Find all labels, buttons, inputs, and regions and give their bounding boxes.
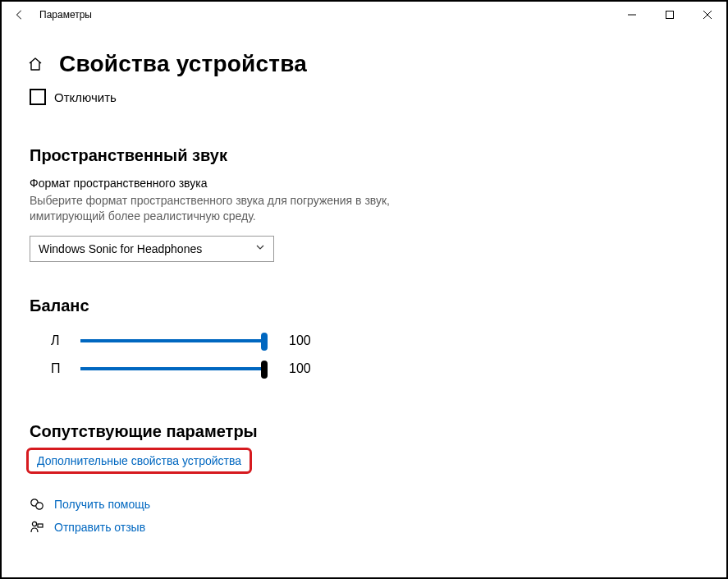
checkbox-box-icon — [30, 89, 46, 105]
balance-left-value: 100 — [289, 333, 311, 348]
balance-right-value: 100 — [289, 361, 311, 376]
minimize-button[interactable] — [613, 2, 651, 28]
additional-device-properties-link[interactable]: Дополнительные свойства устройства — [26, 448, 252, 474]
window-title: Параметры — [39, 9, 92, 21]
balance-left-letter: Л — [51, 333, 66, 348]
spatial-format-select[interactable]: Windows Sonic for Headphones — [30, 236, 274, 262]
help-icon — [30, 497, 44, 512]
svg-rect-7 — [38, 524, 43, 527]
send-feedback-label: Отправить отзыв — [54, 521, 145, 534]
balance-left-slider[interactable] — [80, 339, 263, 342]
related-settings-heading: Сопутствующие параметры — [30, 422, 708, 441]
titlebar: Параметры — [2, 2, 726, 28]
spatial-format-description: Выберите формат пространственного звука … — [30, 193, 456, 224]
spatial-format-selected: Windows Sonic for Headphones — [39, 242, 202, 255]
feedback-icon — [30, 520, 44, 535]
spatial-format-label: Формат пространственного звука — [30, 177, 708, 190]
svg-rect-1 — [666, 11, 674, 19]
send-feedback-link[interactable]: Отправить отзыв — [30, 520, 708, 535]
maximize-button[interactable] — [651, 2, 689, 28]
chevron-down-icon — [255, 242, 265, 255]
slider-thumb-icon — [261, 361, 268, 379]
content-area: Свойства устройства Отключить Пространст… — [2, 28, 726, 577]
balance-right-row: П 100 — [51, 355, 708, 383]
close-button[interactable] — [689, 2, 726, 28]
balance-right-letter: П — [51, 361, 66, 376]
back-button[interactable] — [11, 9, 28, 21]
get-help-link[interactable]: Получить помощь — [30, 497, 708, 512]
spatial-sound-heading: Пространственный звук — [30, 146, 708, 165]
settings-window: Параметры Свойства устройства Отключить … — [0, 0, 728, 579]
disable-label: Отключить — [54, 90, 117, 104]
balance-left-row: Л 100 — [51, 327, 708, 355]
balance-right-slider[interactable] — [80, 367, 263, 370]
svg-point-5 — [36, 503, 43, 509]
page-title: Свойства устройства — [59, 51, 307, 77]
home-icon[interactable] — [26, 55, 44, 73]
disable-checkbox[interactable]: Отключить — [30, 89, 708, 105]
slider-thumb-icon — [261, 333, 268, 351]
get-help-label: Получить помощь — [54, 498, 150, 511]
balance-heading: Баланс — [30, 296, 708, 315]
svg-point-6 — [32, 522, 36, 526]
